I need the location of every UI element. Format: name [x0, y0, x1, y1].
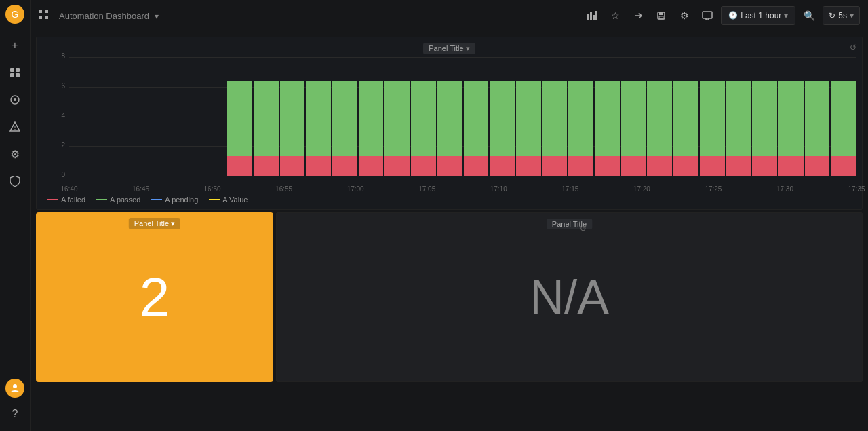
- chart-title-text: Panel Title: [429, 44, 463, 52]
- x-axis-label: 16:50: [204, 185, 221, 193]
- bar-group: [463, 57, 490, 176]
- bar-failed: [359, 156, 384, 176]
- dark-panel-refresh[interactable]: ↺: [580, 224, 587, 233]
- bar-stack: [359, 81, 384, 176]
- add-panel-icon[interactable]: +: [3, 33, 27, 58]
- bar-passed: [384, 81, 410, 156]
- bar-group: [726, 57, 752, 176]
- bar-stack: [805, 81, 830, 176]
- svg-rect-16: [590, 12, 592, 20]
- x-axis-labels: 16:4016:4516:5016:5517:0017:0517:1017:15…: [69, 179, 856, 193]
- bar-group: [279, 57, 306, 176]
- svg-point-10: [13, 384, 17, 388]
- bar-failed: [831, 156, 856, 176]
- legend-passed-label: A passed: [110, 195, 140, 204]
- legend-value: A Value: [209, 195, 248, 204]
- orange-title-dropdown[interactable]: ▾: [171, 219, 175, 227]
- chart-legend: A failed A passed A pending A Value: [42, 193, 856, 206]
- bar-stack: [568, 81, 593, 176]
- configuration-icon[interactable]: ⚙: [3, 142, 27, 166]
- bar-group: [148, 57, 174, 176]
- help-icon[interactable]: ?: [3, 402, 27, 426]
- dark-panel-title: Panel Title ↺: [547, 219, 592, 229]
- x-axis-label: 17:35: [848, 185, 865, 193]
- legend-value-label: A Value: [222, 195, 248, 204]
- title-dropdown[interactable]: ▾: [155, 12, 159, 21]
- bar-group: [174, 57, 201, 176]
- interval-label: 5s: [838, 11, 847, 20]
- bar-passed: [621, 81, 646, 156]
- settings-button[interactable]: ⚙: [675, 6, 694, 25]
- monitor-button[interactable]: [698, 6, 717, 25]
- bar-stack: [490, 81, 515, 176]
- svg-rect-20: [659, 12, 663, 15]
- interval-chevron: ▾: [850, 11, 854, 20]
- svg-rect-15: [587, 14, 589, 20]
- sidebar: G + ⚙ ?: [0, 0, 31, 431]
- bar-failed: [673, 156, 698, 176]
- app-logo[interactable]: G: [4, 3, 26, 25]
- legend-value-line: [209, 199, 220, 200]
- svg-rect-22: [703, 12, 712, 18]
- bar-failed: [332, 156, 357, 176]
- bar-passed: [437, 81, 462, 156]
- bar-stack: [227, 81, 252, 176]
- alert-icon[interactable]: [3, 115, 27, 139]
- bar-passed: [805, 81, 830, 156]
- bar-stack: [831, 81, 856, 176]
- bar-failed: [595, 156, 620, 176]
- chart-panel-title: Panel Title ▾: [423, 43, 475, 54]
- bar-failed: [568, 156, 593, 176]
- sync-icon: ↻: [829, 11, 835, 20]
- search-button[interactable]: 🔍: [800, 6, 818, 25]
- bar-group: [699, 57, 726, 176]
- x-axis-label: 16:40: [60, 185, 77, 193]
- chart-title-dropdown[interactable]: ▾: [466, 44, 470, 52]
- bar-stack: [647, 81, 672, 176]
- bars-container: [69, 57, 856, 176]
- bar-group: [69, 57, 96, 176]
- user-avatar[interactable]: [5, 379, 24, 398]
- bar-passed: [726, 81, 751, 156]
- bar-stack: [280, 81, 305, 176]
- bar-passed: [831, 81, 856, 156]
- bar-passed: [227, 81, 252, 156]
- bar-group: [515, 57, 542, 176]
- bar-passed: [359, 81, 384, 156]
- bar-chart-button[interactable]: [583, 6, 601, 25]
- svg-rect-11: [39, 10, 42, 13]
- bar-passed: [542, 81, 568, 156]
- shield-icon[interactable]: [3, 169, 27, 193]
- x-axis-label: 16:55: [275, 185, 292, 193]
- time-range-label: Last 1 hour: [741, 11, 781, 20]
- bar-group: [358, 57, 384, 176]
- bar-group: [804, 57, 831, 176]
- bar-passed: [332, 81, 357, 156]
- svg-rect-13: [39, 16, 42, 19]
- time-range-button[interactable]: 🕐 Last 1 hour ▾: [721, 6, 795, 25]
- share-button[interactable]: [629, 6, 648, 25]
- legend-pending-label: A pending: [165, 195, 198, 204]
- x-axis-label: 17:15: [561, 185, 578, 193]
- explore-icon[interactable]: [3, 88, 27, 112]
- bar-stack: [752, 81, 777, 176]
- topbar: Automation Dashboard ▾ ☆: [31, 0, 868, 31]
- bar-passed: [254, 81, 279, 156]
- bar-failed: [490, 156, 515, 176]
- bar-failed: [306, 156, 331, 176]
- refresh-button[interactable]: ↻ 5s ▾: [823, 6, 860, 25]
- y-axis-label: 0: [45, 171, 65, 179]
- bar-group: [305, 57, 332, 176]
- dashboard-icon[interactable]: [3, 60, 27, 85]
- bar-group: [410, 57, 437, 176]
- bar-failed: [227, 156, 252, 176]
- bar-group: [568, 57, 594, 176]
- star-button[interactable]: ☆: [606, 6, 625, 25]
- chart-refresh-icon[interactable]: ↺: [850, 43, 856, 52]
- sidebar-bottom: ?: [3, 376, 27, 428]
- save-button[interactable]: [652, 6, 671, 25]
- bar-failed: [752, 156, 777, 176]
- svg-rect-2: [10, 68, 14, 72]
- chart-header: Panel Title ▾: [42, 43, 856, 54]
- bar-failed: [411, 156, 436, 176]
